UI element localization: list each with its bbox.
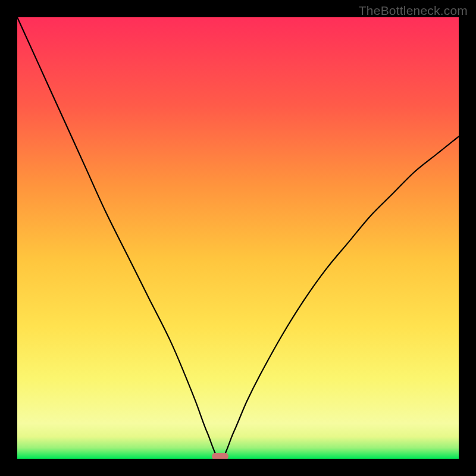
optimal-point-marker — [212, 453, 228, 459]
watermark-text: TheBottleneck.com — [359, 4, 468, 18]
plot-area — [17, 17, 459, 459]
bottleneck-curve — [17, 17, 459, 459]
chart-frame: TheBottleneck.com — [0, 0, 476, 476]
